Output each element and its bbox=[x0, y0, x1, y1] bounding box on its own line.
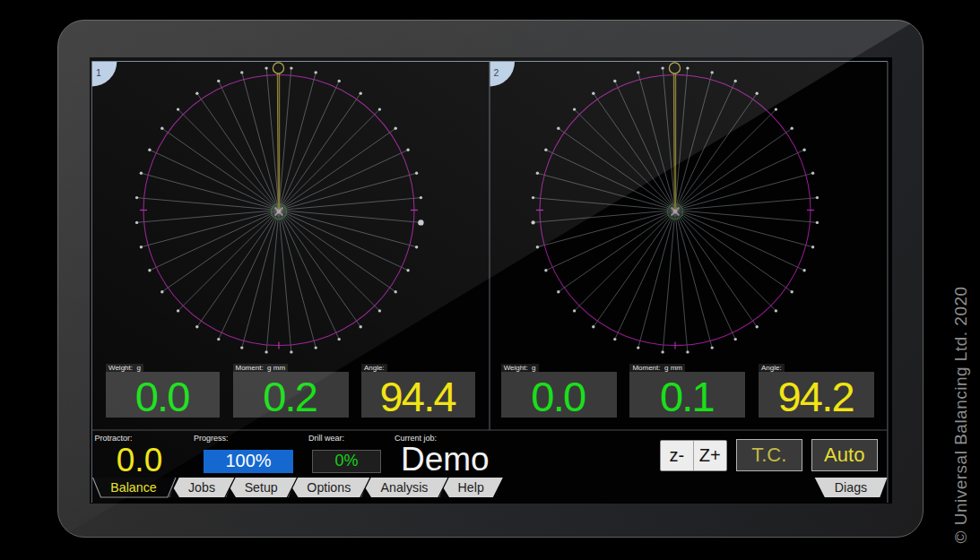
svg-text:Jobs: Jobs bbox=[188, 480, 215, 495]
svg-text:Balance: Balance bbox=[110, 480, 156, 495]
svg-text:Help: Help bbox=[458, 480, 484, 495]
svg-text:Analysis: Analysis bbox=[381, 480, 429, 495]
svg-text:1: 1 bbox=[96, 67, 101, 78]
svg-text:Setup: Setup bbox=[245, 480, 278, 495]
svg-text:Diags: Diags bbox=[835, 480, 867, 495]
svg-text:2: 2 bbox=[494, 67, 499, 78]
svg-text:Options: Options bbox=[307, 480, 351, 495]
